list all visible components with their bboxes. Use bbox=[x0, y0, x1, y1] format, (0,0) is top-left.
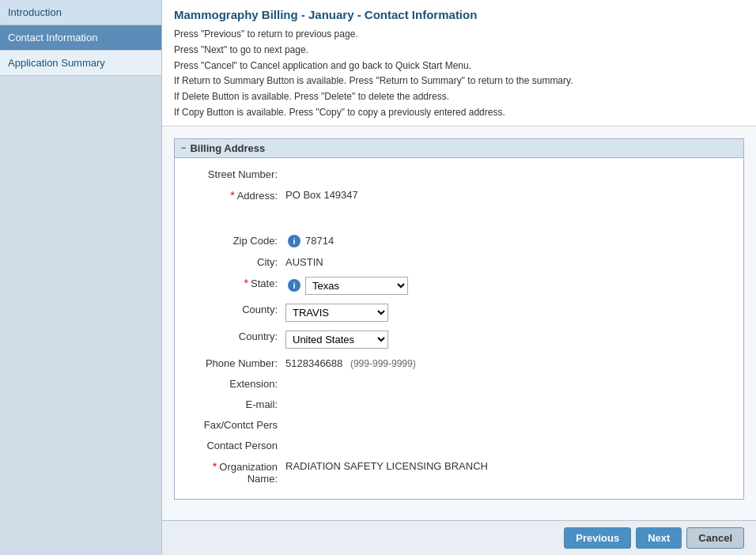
city-label: City: bbox=[191, 254, 285, 268]
county-row: County: TRAVIS HARRIS DALLAS BEXAR TARRA… bbox=[191, 301, 728, 322]
country-label: Country: bbox=[191, 328, 285, 342]
phone-number-text: 5128346688 bbox=[285, 357, 342, 369]
instruction-4: If Return to Summary Button is available… bbox=[174, 74, 744, 88]
sidebar-item-application-summary[interactable]: Application Summary bbox=[0, 51, 161, 76]
address-required: * bbox=[230, 189, 234, 202]
contact-person-row: Contact Person bbox=[191, 437, 728, 451]
fax-row: Fax/Contct Pers bbox=[191, 417, 728, 431]
state-label: *State: bbox=[191, 274, 285, 289]
billing-address-box: − Billing Address Street Number: *Addres… bbox=[174, 138, 744, 500]
extension-label: Extension: bbox=[191, 376, 285, 390]
form-section: − Billing Address Street Number: *Addres… bbox=[162, 126, 756, 508]
city-row: City: AUSTIN bbox=[191, 254, 728, 268]
email-row: E-mail: bbox=[191, 396, 728, 410]
billing-address-legend: − Billing Address bbox=[175, 139, 743, 158]
collapse-icon[interactable]: − bbox=[181, 143, 186, 153]
billing-address-form: Street Number: *Address: PO Box 149347 Z… bbox=[175, 158, 743, 499]
sidebar: Introduction Contact Information Applica… bbox=[0, 0, 162, 555]
org-name-label: *Organization Name: bbox=[191, 458, 285, 485]
org-required: * bbox=[213, 460, 217, 473]
main-content: Mammography Billing - January - Contact … bbox=[162, 0, 756, 555]
county-label: County: bbox=[191, 301, 285, 315]
zip-code-row: Zip Code: i 78714 bbox=[191, 232, 728, 247]
state-select[interactable]: Texas Alabama Alaska Arizona Arkansas Ca… bbox=[305, 277, 408, 295]
instructions: Press "Previous" to return to previous p… bbox=[174, 28, 744, 119]
phone-row: Phone Number: 5128346688 (999-999-9999) bbox=[191, 355, 728, 369]
fax-label: Fax/Contct Pers bbox=[191, 417, 285, 431]
county-select[interactable]: TRAVIS HARRIS DALLAS BEXAR TARRANT bbox=[285, 304, 388, 322]
county-value: TRAVIS HARRIS DALLAS BEXAR TARRANT bbox=[285, 301, 388, 322]
cancel-button[interactable]: Cancel bbox=[686, 527, 744, 549]
address-label: *Address: bbox=[191, 187, 285, 202]
country-value: United States Canada Mexico bbox=[285, 328, 388, 349]
bottom-bar: Previous Next Cancel bbox=[162, 520, 756, 555]
zip-info-icon[interactable]: i bbox=[288, 235, 301, 247]
sidebar-item-contact-information[interactable]: Contact Information bbox=[0, 25, 161, 51]
email-label: E-mail: bbox=[191, 396, 285, 410]
city-value: AUSTIN bbox=[285, 254, 323, 268]
country-select[interactable]: United States Canada Mexico bbox=[285, 330, 388, 349]
zip-code-value: i 78714 bbox=[285, 232, 334, 247]
street-number-label: Street Number: bbox=[191, 166, 285, 180]
sidebar-item-introduction[interactable]: Introduction bbox=[0, 0, 161, 25]
instruction-5: If Delete Button is available. Press "De… bbox=[174, 90, 744, 104]
zip-code-text: 78714 bbox=[305, 235, 334, 247]
org-name-value: RADIATION SAFETY LICENSING BRANCH bbox=[285, 458, 488, 472]
instruction-3: Press "Cancel" to Cancel application and… bbox=[174, 59, 744, 73]
zip-code-label: Zip Code: bbox=[191, 232, 285, 247]
billing-address-title: Billing Address bbox=[190, 142, 265, 154]
org-name-row: *Organization Name: RADIATION SAFETY LIC… bbox=[191, 458, 728, 485]
street-number-row: Street Number: bbox=[191, 166, 728, 180]
phone-hint: (999-999-9999) bbox=[350, 358, 416, 369]
previous-button[interactable]: Previous bbox=[564, 527, 631, 549]
country-row: Country: United States Canada Mexico bbox=[191, 328, 728, 349]
address-value: PO Box 149347 bbox=[285, 187, 358, 226]
state-required: * bbox=[244, 277, 248, 289]
instruction-1: Press "Previous" to return to previous p… bbox=[174, 28, 744, 41]
phone-label: Phone Number: bbox=[191, 355, 285, 369]
page-header: Mammography Billing - January - Contact … bbox=[162, 0, 756, 126]
state-info-icon[interactable]: i bbox=[288, 279, 301, 292]
phone-value: 5128346688 (999-999-9999) bbox=[285, 355, 416, 369]
instruction-2: Press "Next" to go to next page. bbox=[174, 43, 744, 57]
address-row: *Address: PO Box 149347 bbox=[191, 187, 728, 226]
extension-row: Extension: bbox=[191, 376, 728, 390]
contact-person-label: Contact Person bbox=[191, 437, 285, 451]
state-value: i Texas Alabama Alaska Arizona Arkansas … bbox=[285, 274, 408, 295]
state-row: *State: i Texas Alabama Alaska Arizona A… bbox=[191, 274, 728, 295]
instruction-6: If Copy Button is available. Press "Copy… bbox=[174, 106, 744, 119]
page-title: Mammography Billing - January - Contact … bbox=[174, 8, 744, 21]
next-button[interactable]: Next bbox=[636, 527, 682, 549]
